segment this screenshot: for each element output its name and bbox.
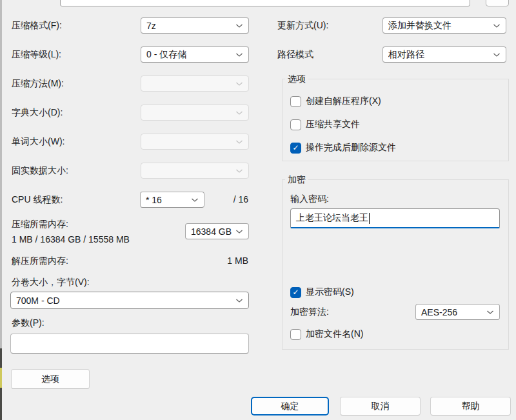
compression-level-value: 0 - 仅存储 — [146, 49, 186, 61]
dictionary-size-label: 字典大小(D): — [12, 105, 63, 121]
text-cursor — [369, 213, 370, 224]
solid-block-size-select — [141, 163, 249, 179]
options-button[interactable]: 选项 — [11, 369, 90, 389]
screen-edge-artifact — [0, 368, 2, 388]
update-mode-label: 更新方式(U): — [277, 17, 328, 34]
show-password-label: 显示密码(S) — [306, 286, 354, 298]
word-size-label: 单词大小(W): — [12, 134, 64, 150]
memory-compress-label: 压缩所需内存: — [12, 217, 68, 231]
cpu-threads-max: / 16 — [213, 192, 248, 208]
checkbox-checked-icon[interactable]: ✓ — [290, 143, 301, 154]
memory-decompress-value: 1 MB — [194, 254, 248, 268]
checkbox-checked-icon[interactable]: ✓ — [290, 287, 301, 298]
word-size-select — [141, 134, 249, 150]
chevron-down-icon — [235, 52, 243, 57]
encryption-method-select[interactable]: AES-256 — [415, 304, 500, 320]
archive-name-input[interactable] — [60, 0, 470, 6]
path-mode-select[interactable]: 相对路径 — [382, 46, 506, 63]
memory-usage-value: 16384 GB — [191, 226, 232, 237]
split-volume-combobox[interactable]: 700M - CD — [10, 292, 249, 309]
dictionary-size-select — [141, 105, 249, 121]
chevron-down-icon — [235, 81, 243, 86]
delete-after-checkbox-row[interactable]: ✓ 操作完成后删除源文件 — [290, 142, 396, 154]
cancel-button[interactable]: 取消 — [340, 397, 421, 415]
compress-shared-label: 压缩共享文件 — [306, 119, 360, 130]
checkmark-icon: ✓ — [292, 144, 299, 152]
split-volume-value: 700M - CD — [16, 295, 60, 306]
update-mode-value: 添加并替换文件 — [388, 20, 452, 32]
cancel-button-label: 取消 — [372, 401, 390, 412]
path-mode-label: 路径模式 — [277, 46, 313, 63]
parameters-label: 参数(P): — [12, 315, 45, 330]
screen-edge-artifact — [0, 0, 2, 348]
archive-format-select[interactable]: 7z — [141, 17, 249, 34]
encrypt-filenames-checkbox-row[interactable]: 加密文件名(N) — [290, 328, 363, 340]
checkbox-unchecked-icon[interactable] — [290, 329, 301, 340]
update-mode-select[interactable]: 添加并替换文件 — [382, 17, 506, 34]
chevron-down-icon — [235, 229, 243, 234]
chevron-down-icon — [235, 110, 243, 115]
compression-method-select — [141, 75, 249, 92]
chevron-down-icon — [235, 298, 243, 303]
parameters-input[interactable] — [10, 334, 249, 354]
create-sfx-checkbox-row[interactable]: 创建自解压程序(X) — [290, 95, 381, 107]
checkbox-unchecked-icon[interactable] — [290, 119, 301, 130]
cpu-threads-select[interactable]: * 16 — [140, 192, 204, 208]
options-button-label: 选项 — [41, 374, 59, 385]
ok-button-label: 确定 — [281, 401, 299, 412]
chevron-down-icon — [493, 52, 501, 57]
options-group: 选项 创建自解压程序(X) 压缩共享文件 ✓ 操作完成后删除源文件 — [282, 79, 509, 161]
password-input[interactable]: 上老王论坛当老王 — [290, 208, 500, 228]
compression-level-select[interactable]: 0 - 仅存储 — [141, 46, 249, 63]
encryption-method-value: AES-256 — [421, 307, 457, 317]
encryption-method-label: 加密算法: — [290, 304, 329, 320]
memory-usage-select[interactable]: 16384 GB — [185, 223, 249, 239]
chevron-down-icon — [235, 139, 243, 145]
compression-method-label: 压缩方法(M): — [12, 75, 64, 92]
memory-decompress-label: 解压所需内存: — [12, 254, 68, 268]
password-value: 上老王论坛当老王 — [296, 212, 368, 224]
checkbox-unchecked-icon[interactable] — [290, 96, 301, 107]
compress-shared-checkbox-row[interactable]: 压缩共享文件 — [290, 119, 360, 130]
path-mode-value: 相对路径 — [388, 49, 424, 61]
ok-button[interactable]: 确定 — [251, 397, 329, 415]
options-group-title: 选项 — [285, 74, 308, 84]
cpu-threads-value: * 16 — [146, 195, 162, 205]
chevron-down-icon — [191, 197, 199, 203]
show-password-checkbox-row[interactable]: ✓ 显示密码(S) — [290, 286, 354, 298]
compression-level-label: 压缩等级(L): — [12, 46, 61, 63]
create-sfx-label: 创建自解压程序(X) — [306, 95, 381, 107]
memory-compress-detail: 1 MB / 16384 GB / 15558 MB — [12, 232, 130, 246]
encryption-group: 加密 输入密码: 上老王论坛当老王 ✓ 显示密码(S) 加密算法: AES-25… — [282, 179, 509, 350]
chevron-down-icon — [235, 168, 243, 174]
encrypt-filenames-label: 加密文件名(N) — [306, 328, 363, 340]
chevron-down-icon — [486, 310, 494, 315]
chevron-down-icon — [493, 23, 501, 28]
archive-format-value: 7z — [146, 21, 156, 31]
checkmark-icon: ✓ — [292, 288, 299, 296]
split-volume-label: 分卷大小，字节(V): — [12, 275, 90, 289]
help-button[interactable]: 帮助 — [430, 397, 511, 415]
enter-password-label: 输入密码: — [290, 192, 329, 206]
cpu-threads-label: CPU 线程数: — [12, 192, 63, 208]
browse-button[interactable] — [486, 0, 509, 6]
archive-format-label: 压缩格式(F): — [12, 17, 62, 34]
solid-block-size-label: 固实数据大小: — [12, 163, 68, 179]
chevron-down-icon — [235, 23, 243, 28]
help-button-label: 帮助 — [462, 401, 480, 412]
delete-after-label: 操作完成后删除源文件 — [306, 142, 396, 154]
encryption-group-title: 加密 — [285, 174, 308, 185]
